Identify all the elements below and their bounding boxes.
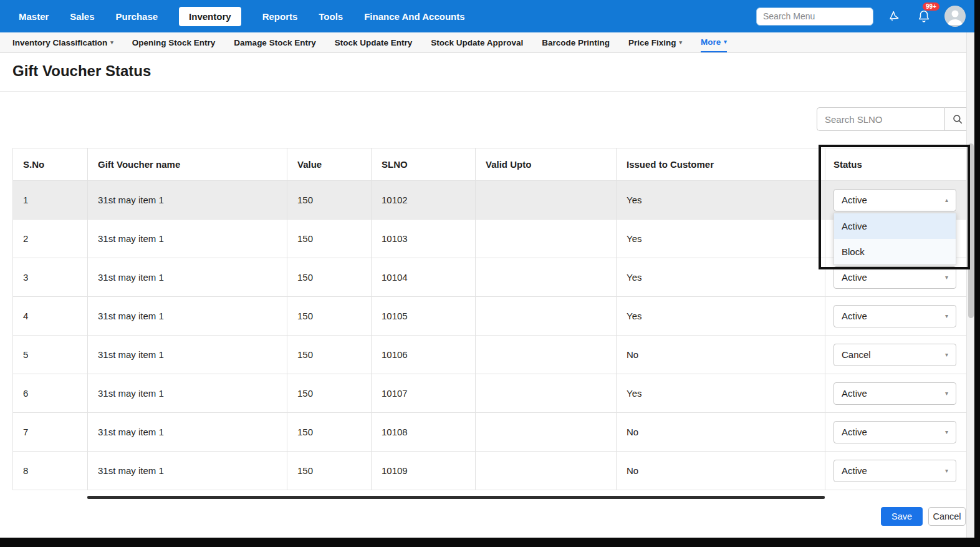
cell-sno: 3 [13,258,88,297]
title-divider [0,91,974,92]
vertical-scrollbar-thumb[interactable] [968,143,974,318]
status-select[interactable]: Active ▾ [833,305,956,327]
status-select[interactable]: Cancel ▾ [833,344,956,366]
cell-valid-upto [476,452,617,490]
cell-value: 150 [287,258,372,297]
nav-item-tools[interactable]: Tools [319,11,343,22]
col-header-issued-to-customer: Issued to Customer [617,148,825,181]
status-select-value: Active [842,195,867,205]
dropdown-option-block[interactable]: Block [834,239,956,264]
horizontal-scrollbar-thumb[interactable] [87,496,825,499]
nav-item-reports[interactable]: Reports [262,11,298,22]
notification-bell-icon[interactable]: 99+ [915,7,933,26]
cell-status: Cancel ▾ [825,336,971,374]
subnav-label: Barcode Printing [542,38,610,47]
status-select[interactable]: Active ▾ [833,460,956,482]
cell-sno: 4 [13,297,88,336]
cell-valid-upto [476,336,617,374]
subnav-label: Stock Update Entry [335,38,413,47]
cell-value: 150 [287,452,372,490]
chevron-up-icon: ▴ [945,196,948,203]
cell-status: Active ▾ [825,413,971,452]
nav-item-finance-and-accounts[interactable]: Finance And Accounts [364,11,464,22]
col-header-gift-voucher-name: Gift Voucher name [88,148,287,181]
vertical-scrollbar-track [966,32,974,538]
nav-item-inventory[interactable]: Inventory [179,7,241,26]
cell-valid-upto [476,258,617,297]
cell-valid-upto [476,181,617,220]
status-select[interactable]: Active ▾ [833,382,956,405]
announcement-icon[interactable] [885,7,903,26]
subnav-price-fixing[interactable]: Price Fixing▾ [628,32,682,52]
cell-name: 31st may item 1 [88,336,287,374]
status-select-value: Active [842,311,867,321]
status-select-value: Active [842,427,867,437]
cell-name: 31st may item 1 [88,374,287,413]
subnav-inventory-classification[interactable]: Inventory Classification▾ [12,32,113,52]
cell-name: 31st may item 1 [88,258,287,297]
cell-value: 150 [287,336,372,374]
subnav-opening-stock-entry[interactable]: Opening Stock Entry [132,32,216,52]
notification-badge: 99+ [923,2,939,11]
status-select-value: Active [842,272,867,283]
subnav-more[interactable]: More▾ [701,32,727,52]
chevron-down-icon: ▾ [945,312,948,319]
app-viewport: Master Sales Purchase Inventory Reports … [0,0,974,538]
cell-issued: No [617,413,825,452]
cell-issued: No [617,336,825,374]
search-icon [952,114,963,125]
save-button[interactable]: Save [881,507,923,526]
inventory-sub-navigation: Inventory Classification▾ Opening Stock … [0,32,974,53]
dropdown-option-active[interactable]: Active [834,213,956,239]
nav-item-purchase[interactable]: Purchase [116,11,158,22]
status-select[interactable]: Active ▾ [833,421,956,443]
col-header-status: Status [825,148,971,181]
cell-sno: 8 [13,452,88,490]
subnav-label: Damage Stock Entry [234,38,315,47]
screen: Master Sales Purchase Inventory Reports … [0,0,980,547]
status-select-value: Active [842,388,867,399]
slno-search-input[interactable] [817,107,944,131]
menu-search-input[interactable] [756,7,873,26]
cancel-button[interactable]: Cancel [928,507,966,526]
col-header-valid-upto: Valid Upto [476,148,617,181]
subnav-label: Stock Update Approval [431,38,523,47]
user-avatar[interactable] [944,6,966,27]
chevron-down-icon: ▾ [945,390,948,397]
cell-slno: 10103 [372,220,476,258]
subnav-stock-update-entry[interactable]: Stock Update Entry [335,32,413,52]
cell-status: Active ▾ [825,452,971,490]
status-select[interactable]: Active ▾ [833,266,956,289]
col-header-slno: SLNO [372,148,476,181]
cell-name: 31st may item 1 [88,297,287,336]
subnav-stock-update-approval[interactable]: Stock Update Approval [431,32,523,52]
status-select-value: Cancel [842,349,871,360]
status-select-open[interactable]: Active ▴ [833,189,956,211]
cell-slno: 10102 [372,181,476,220]
cell-sno: 7 [13,413,88,452]
status-select-value: Active [842,465,867,476]
cell-name: 31st may item 1 [88,181,287,220]
subnav-damage-stock-entry[interactable]: Damage Stock Entry [234,32,315,52]
cell-value: 150 [287,297,372,336]
table-row: 1 31st may item 1 150 10102 Yes Active ▴… [13,181,971,220]
cell-issued: Yes [617,181,825,220]
subnav-barcode-printing[interactable]: Barcode Printing [542,32,610,52]
cell-issued: No [617,452,825,490]
subnav-label: Opening Stock Entry [132,38,216,47]
chevron-down-icon: ▾ [945,274,948,281]
top-nav-right: 99+ [756,0,966,32]
gift-voucher-table: S.No Gift Voucher name Value SLNO Valid … [12,148,971,490]
nav-item-sales[interactable]: Sales [70,11,94,22]
page-title: Gift Voucher Status [12,62,151,80]
cell-slno: 10106 [372,336,476,374]
cell-status: Active ▾ [825,374,971,413]
cell-issued: Yes [617,258,825,297]
nav-item-master[interactable]: Master [19,11,49,22]
chevron-down-icon: ▾ [945,428,948,435]
cell-status: Active ▴ Active Block [825,181,971,220]
status-dropdown-panel: Active Block [833,213,956,265]
cell-value: 150 [287,413,372,452]
cell-value: 150 [287,181,372,220]
subnav-label: Price Fixing [628,38,676,47]
